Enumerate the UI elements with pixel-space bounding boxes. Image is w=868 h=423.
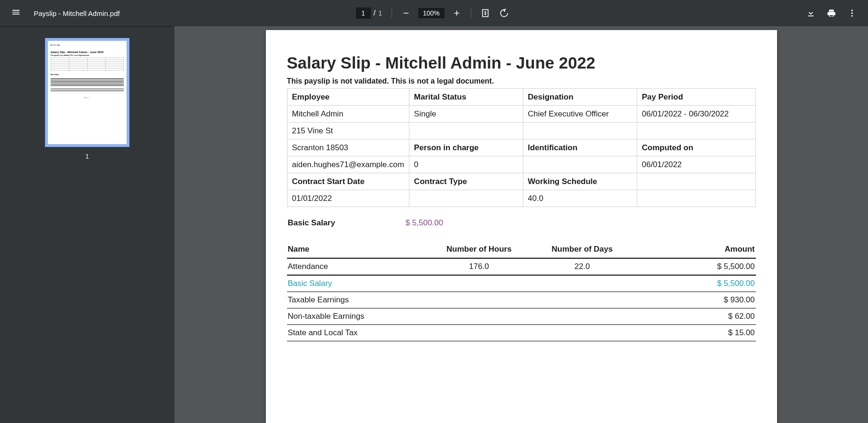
row-days	[531, 292, 634, 308]
svg-point-2	[851, 12, 853, 14]
payperiod-header: Pay Period	[637, 89, 755, 106]
page-viewer[interactable]: Salary Slip - Mitchell Admin - June 2022…	[174, 26, 868, 423]
row-hours	[428, 325, 531, 341]
computed-on-header: Computed on	[637, 139, 755, 156]
more-vert-icon	[847, 8, 857, 18]
svg-point-3	[851, 15, 853, 16]
row-name: Attendance	[287, 258, 428, 275]
contract-type-value	[409, 190, 523, 207]
row-days	[531, 325, 634, 341]
pdf-toolbar: Payslip - Mitchell Admin.pdf / 1 100%	[0, 0, 868, 26]
earnings-row: Basic Salary $ 5,500.00	[287, 275, 756, 292]
print-button[interactable]	[823, 5, 840, 22]
toolbar-right	[802, 5, 860, 22]
svg-point-1	[851, 10, 853, 11]
svg-rect-0	[483, 10, 488, 17]
row-name: Taxable Earnings	[287, 292, 428, 308]
page-indicator: / 1	[355, 8, 385, 19]
pdf-page: Salary Slip - Mitchell Admin - June 2022…	[266, 30, 777, 423]
col-name: Name	[287, 241, 428, 258]
row-hours: 176.0	[428, 258, 531, 275]
earnings-row: Taxable Earnings $ 930.00	[287, 292, 756, 308]
zoom-level: 100%	[418, 8, 445, 18]
validation-warning: This payslip is not validated. This is n…	[287, 77, 756, 85]
earnings-row: Attendance 176.0 22.0 $ 5,500.00	[287, 258, 756, 275]
row-name: Non-taxable Earnings	[287, 308, 428, 325]
working-schedule-value: 40.0	[523, 190, 637, 207]
rotate-button[interactable]	[496, 5, 513, 22]
row-days: 22.0	[531, 258, 634, 275]
page-separator: /	[373, 9, 375, 17]
employee-header: Employee	[287, 89, 409, 106]
basic-salary-row: Basic Salary $ 5,500.00	[287, 218, 756, 228]
row-amount: $ 930.00	[634, 292, 756, 308]
payperiod-value: 06/01/2022 - 06/30/2022	[637, 106, 755, 123]
toolbar-divider	[392, 8, 392, 18]
row-hours	[428, 292, 531, 308]
more-button[interactable]	[844, 5, 860, 22]
zoom-in-button[interactable]	[448, 5, 465, 22]
row-name: Basic Salary	[287, 275, 428, 292]
minus-icon	[402, 9, 410, 17]
menu-button[interactable]	[8, 4, 24, 23]
zoom-out-button[interactable]	[398, 5, 415, 22]
col-hours: Number of Hours	[428, 241, 531, 258]
toolbar-divider	[471, 8, 471, 18]
row-amount: $ 5,500.00	[634, 275, 756, 292]
payslip-title: Salary Slip - Mitchell Admin - June 2022	[287, 54, 756, 72]
earnings-row: Non-taxable Earnings $ 62.00	[287, 308, 756, 325]
rotate-icon	[499, 8, 509, 18]
row-hours	[428, 275, 531, 292]
download-button[interactable]	[802, 5, 819, 22]
document-title: Payslip - Mitchell Admin.pdf	[34, 9, 120, 17]
marital-header: Marital Status	[409, 89, 523, 106]
email-value: aiden.hughes71@example.com	[287, 156, 409, 173]
identification-value	[523, 156, 637, 173]
designation-value: Chief Executive Officer	[523, 106, 637, 123]
page-number-input[interactable]	[355, 8, 370, 19]
person-in-charge-value: 0	[409, 156, 523, 173]
page-thumbnail[interactable]: ■ Your logo Salary Slip - Mitchell Admin…	[45, 38, 129, 147]
plus-icon	[453, 9, 461, 17]
working-schedule-header: Working Schedule	[523, 173, 637, 190]
basic-salary-amount: $ 5,500.00	[406, 218, 443, 228]
contract-start-header: Contract Start Date	[287, 173, 409, 190]
designation-header: Designation	[523, 89, 637, 106]
computed-on-value: 06/01/2022	[637, 156, 755, 173]
row-amount: $ 5,500.00	[634, 258, 756, 275]
row-name: State and Local Tax	[287, 325, 428, 341]
fit-page-button[interactable]	[477, 5, 494, 22]
toolbar-center: / 1 100%	[355, 5, 512, 22]
address-line2: Scranton 18503	[287, 139, 409, 156]
person-in-charge-header: Person in charge	[409, 139, 523, 156]
basic-salary-label: Basic Salary	[288, 218, 335, 228]
col-amount: Amount	[634, 241, 756, 258]
marital-value: Single	[409, 106, 523, 123]
thumbnail-sidebar: ■ Your logo Salary Slip - Mitchell Admin…	[0, 26, 174, 423]
employee-value: Mitchell Admin	[287, 106, 409, 123]
thumbnail-page-number: 1	[85, 153, 89, 160]
contract-start-value: 01/01/2022	[287, 190, 409, 207]
main-area: ■ Your logo Salary Slip - Mitchell Admin…	[0, 26, 868, 423]
page-total: 1	[378, 9, 382, 17]
col-days: Number of Days	[531, 241, 634, 258]
employee-info-table: Employee Marital Status Designation Pay …	[287, 88, 756, 207]
earnings-row: State and Local Tax $ 15.00	[287, 325, 756, 341]
row-days	[531, 308, 634, 325]
row-amount: $ 15.00	[634, 325, 756, 341]
print-icon	[827, 8, 836, 18]
contract-type-header: Contract Type	[409, 173, 523, 190]
download-icon	[806, 8, 815, 18]
hamburger-icon	[11, 8, 21, 17]
row-hours	[428, 308, 531, 325]
earnings-table: Name Number of Hours Number of Days Amou…	[287, 241, 756, 341]
identification-header: Identification	[523, 139, 637, 156]
address-line1: 215 Vine St	[287, 123, 409, 139]
fit-page-icon	[481, 8, 490, 18]
row-days	[531, 275, 634, 292]
row-amount: $ 62.00	[634, 308, 756, 325]
